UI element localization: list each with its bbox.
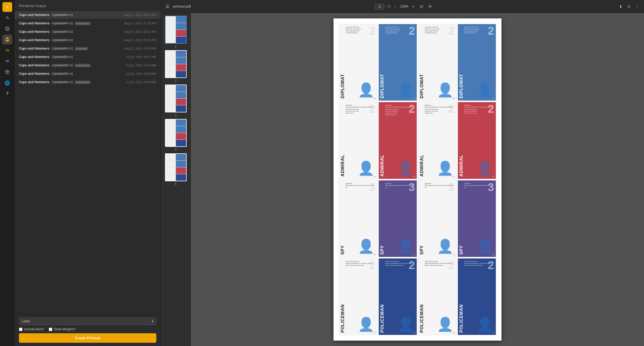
card-number: 2: [448, 260, 454, 271]
create-printout-button[interactable]: Create Printout: [19, 333, 156, 343]
more-button[interactable]: ⋮: [634, 3, 641, 10]
card-title: ADMIRAL: [380, 155, 385, 177]
thumb-cell: [176, 23, 186, 30]
thumbnail-item[interactable]: 1: [163, 16, 189, 48]
thumb-cell: [176, 37, 186, 43]
card-title: DIPLOMAT: [419, 74, 424, 98]
file-item-left: Caps and Hammers - UpdatedArt v1: [19, 38, 122, 42]
file-item[interactable]: Caps and Hammers - UpdatedArt v1 Jul 29,…: [15, 70, 161, 78]
pdf-card: At the End of RoundBreak ties in your fa…: [378, 24, 417, 101]
thumbnail-item[interactable]: 3: [163, 85, 189, 117]
svg-point-0: [5, 27, 9, 31]
file-item-tag: actionCaps: [75, 80, 91, 84]
draw-margins-checkbox[interactable]: [49, 328, 52, 331]
card-title: ADMIRAL: [459, 155, 464, 177]
file-panel-header: Rendered Output: [15, 0, 161, 11]
thumb-cell: [166, 140, 176, 146]
include-back-checkbox[interactable]: [19, 328, 22, 331]
file-item-tag: actionCaps: [75, 22, 91, 25]
zoom-in-button[interactable]: +: [411, 3, 416, 10]
thumb-cell: [176, 126, 186, 133]
thumbnail-item[interactable]: 2: [163, 50, 189, 82]
file-item-name: Caps and Hammers - UpdatedArt v1: [19, 55, 73, 59]
include-back-label[interactable]: Include Back?: [19, 327, 44, 331]
card-corner: 3x: [413, 253, 416, 256]
file-item[interactable]: Caps and Hammers - UpdatedArt v1 Jul 29,…: [15, 53, 161, 61]
pdf-card: At the End of RoundBreak ties in your fa…: [339, 24, 377, 101]
file-item[interactable]: Caps and Hammers - UpdatedArt v1 countri…: [15, 44, 161, 53]
thumbnail-item[interactable]: 4: [163, 119, 189, 151]
help-button[interactable]: ?: [2, 89, 12, 99]
chevron-down-icon: ▾: [152, 319, 153, 323]
thumbnail-image: [165, 50, 187, 78]
thumb-cell: [176, 167, 186, 174]
fit-button[interactable]: ⊡: [418, 3, 425, 10]
thumb-cell: [176, 99, 186, 105]
page-number-input[interactable]: [375, 4, 384, 9]
paper-size-select[interactable]: Letter ▾: [19, 318, 156, 325]
card-figure: 👤: [358, 82, 374, 98]
pencil-button[interactable]: ✎: [2, 13, 12, 23]
card-number: 3: [448, 182, 454, 193]
pdf-thumbnails: 1 2: [161, 13, 191, 346]
pdf-panel: ☰ printout.pdf / 9 − 100% + ⊡ ⟳ ⬇ ⎙ ⋮: [161, 0, 644, 346]
pdf-card: At the End of RoundRaise the Policeman's…: [418, 258, 457, 335]
thumb-cell: [176, 174, 186, 181]
thumb-cell: [166, 30, 176, 36]
file-item[interactable]: Caps and Hammers - UpdatedArt v1 Aug 21,…: [15, 36, 161, 44]
file-item-date: Jul 29, 2024, 04:19 AM: [126, 64, 156, 67]
file-item-name: Caps and Hammers - UpdatedArt v1: [19, 30, 73, 34]
card-title: SPY: [340, 245, 345, 255]
card-title: SPY: [459, 245, 464, 255]
file-item[interactable]: Caps and Hammers - UpdatedArt v1 actionC…: [15, 61, 161, 70]
card-number: 2: [488, 25, 494, 37]
file-item-tag: countries: [75, 47, 88, 50]
tp-button[interactable]: TP: [2, 56, 12, 66]
palette-button[interactable]: [2, 24, 12, 34]
card-title: SPY: [419, 245, 424, 255]
card-corner: 2x: [453, 331, 455, 334]
pdf-toolbar-center: / 9 − 100% + ⊡ ⟳: [193, 3, 615, 10]
menu-button[interactable]: ☰: [164, 3, 171, 10]
file-item[interactable]: Caps and Hammers - UpdatedArt v1 Aug 21,…: [15, 11, 161, 19]
thumb-cell: [176, 51, 186, 57]
thumb-cell: [166, 71, 176, 77]
file-item[interactable]: Caps and Hammers - UpdatedArt v1 Aug 21,…: [15, 28, 161, 36]
add-button[interactable]: +: [2, 2, 12, 12]
thumbnail-grid: [166, 154, 186, 181]
card-figure: 👤: [437, 238, 454, 254]
file-item[interactable]: Caps and Hammers - UpdatedArt v1 actionC…: [15, 78, 161, 86]
thumb-cell: [166, 126, 176, 133]
file-item-tag: actionCaps: [75, 64, 91, 67]
draw-margins-label[interactable]: Draw Margins?: [49, 327, 76, 331]
pdf-toolbar: ☰ printout.pdf / 9 − 100% + ⊡ ⟳ ⬇ ⎙ ⋮: [161, 0, 644, 13]
card-title: POLICEMAN: [340, 304, 345, 333]
print-button[interactable]: [2, 35, 12, 44]
thumbnail-item[interactable]: 5: [163, 153, 189, 186]
card-figure: 👤: [476, 316, 493, 332]
thumb-cell: [176, 30, 186, 36]
page-total: / 9: [387, 5, 390, 8]
cube-button[interactable]: [2, 67, 12, 77]
card-title: ADMIRAL: [340, 155, 345, 177]
card-corner: 2x: [453, 175, 455, 178]
thumb-cell: [166, 119, 176, 126]
download-button[interactable]: ⬇: [617, 3, 624, 10]
svg-point-2: [7, 28, 8, 28]
ts-button[interactable]: TS: [2, 46, 12, 55]
card-title: DIPLOMAT: [459, 74, 464, 98]
pdf-main[interactable]: At the End of RoundBreak ties in your fa…: [191, 13, 644, 346]
thumb-cell: [176, 154, 186, 160]
file-item-date: Aug 21, 2024, 05:03 PM: [124, 38, 156, 42]
card-number: 3: [409, 182, 415, 193]
globe-button[interactable]: 🌐: [2, 78, 12, 88]
print2-button[interactable]: ⎙: [626, 3, 632, 10]
thumb-cell: [176, 16, 186, 23]
pdf-filename: printout.pdf: [173, 4, 191, 8]
file-item[interactable]: Caps and Hammers - UpdatedArt v1 actionC…: [15, 19, 161, 28]
history-button[interactable]: ⟳: [427, 3, 433, 10]
zoom-out-button[interactable]: −: [393, 3, 398, 10]
thumbnail-image: [165, 16, 187, 44]
card-corner: 3x: [374, 253, 376, 256]
card-corner: 2x: [374, 97, 376, 99]
